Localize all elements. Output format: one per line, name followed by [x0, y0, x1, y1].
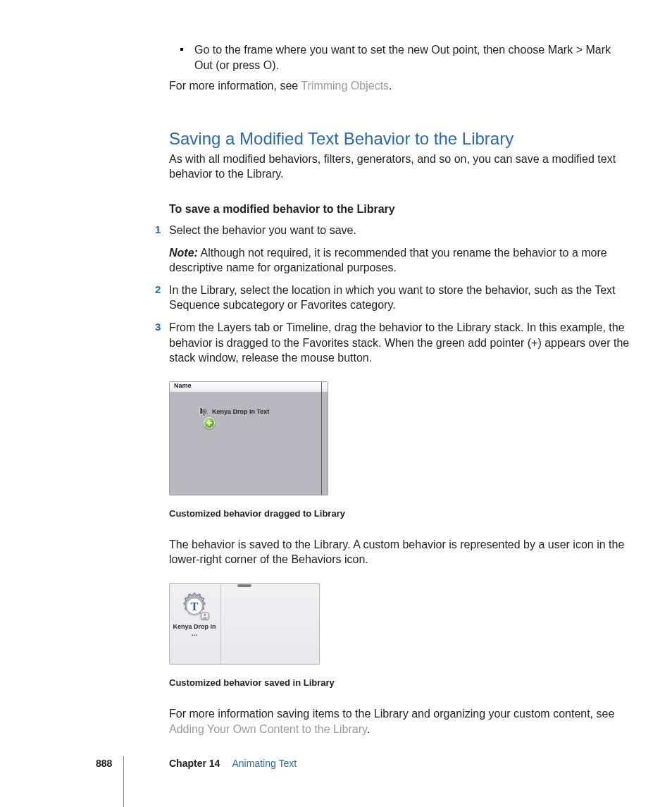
dragged-item-label: Kenya Drop In Text — [212, 408, 269, 415]
step-1-text: Select the behavior you want to save. — [169, 224, 356, 236]
figure-caption: Customized behavior dragged to Library — [169, 508, 630, 519]
library-item-label: Kenya Drop In … — [173, 623, 216, 637]
trimming-objects-link[interactable]: Trimming Objects — [301, 80, 389, 92]
library-grid-mock: T Kenya Drop In … — [169, 583, 320, 665]
library-item: T Kenya Drop In … — [173, 590, 216, 637]
svg-point-5 — [204, 614, 206, 616]
step-number: 2 — [155, 283, 161, 297]
bullet-item: Go to the frame where you want to set th… — [180, 42, 630, 73]
grid-separator — [220, 584, 221, 664]
behavior-icon: T — [178, 590, 211, 622]
behavior-gear-icon — [201, 408, 208, 415]
library-panel-mock: Name Kenya Drop In Text — [169, 381, 328, 495]
step-3-text: From the Layers tab or Timeline, drag th… — [169, 321, 629, 364]
panel-header — [170, 382, 328, 393]
note-body: Although not required, it is recommended… — [169, 247, 607, 274]
more-info-2-suffix: . — [367, 723, 370, 735]
panel-header-label: Name — [174, 382, 192, 389]
step-number: 3 — [155, 320, 161, 334]
step-1: 1 Select the behavior you want to save. … — [169, 223, 630, 276]
procedure-subhead: To save a modified behavior to the Libra… — [169, 203, 630, 216]
step-2: 2 In the Library, select the location in… — [169, 283, 630, 313]
figure-caption: Customized behavior saved in Library — [169, 677, 630, 688]
figure-dragged-to-library: Name Kenya Drop In Text Customized behav… — [169, 381, 630, 519]
page-number: 888 — [96, 758, 112, 769]
panel-handle-icon — [237, 584, 251, 587]
chapter-label: Chapter 14 — [169, 758, 220, 769]
step-1-note: Note: Although not required, it is recom… — [169, 245, 630, 276]
more-info-2: For more information saving items to the… — [169, 706, 630, 737]
bullet-text: Go to the frame where you want to set th… — [194, 42, 630, 73]
adding-content-link[interactable]: Adding Your Own Content to the Library — [169, 723, 367, 735]
more-info-1-suffix: . — [389, 80, 392, 92]
step-number: 1 — [155, 223, 161, 237]
svg-point-1 — [204, 410, 206, 412]
more-info-1: For more information, see Trimming Objec… — [169, 78, 630, 94]
page-footer: 888 Chapter 14 Animating Text — [0, 758, 672, 773]
footer-rule — [123, 756, 124, 807]
add-plus-icon — [204, 417, 215, 429]
more-info-2-prefix: For more information saving items to the… — [169, 708, 614, 720]
svg-text:T: T — [191, 600, 199, 613]
note-label: Note: — [169, 247, 198, 259]
step-2-text: In the Library, select the location in w… — [169, 284, 616, 312]
chapter-title: Animating Text — [232, 758, 297, 769]
more-info-1-prefix: For more information, see — [169, 80, 301, 92]
dragged-item: Kenya Drop In Text — [201, 408, 269, 415]
step-3: 3 From the Layers tab or Timeline, drag … — [169, 320, 630, 366]
panel-divider — [321, 382, 322, 495]
after-figure-text: The behavior is saved to the Library. A … — [169, 537, 630, 567]
chapter-footer: Chapter 14 Animating Text — [169, 758, 297, 769]
section-heading: Saving a Modified Text Behavior to the L… — [169, 129, 630, 149]
section-intro: As with all modified behaviors, filters,… — [169, 152, 630, 182]
figure-saved-in-library: T Kenya Drop In … Customized behavior sa… — [169, 583, 630, 688]
bullet-dot-icon — [180, 48, 183, 51]
